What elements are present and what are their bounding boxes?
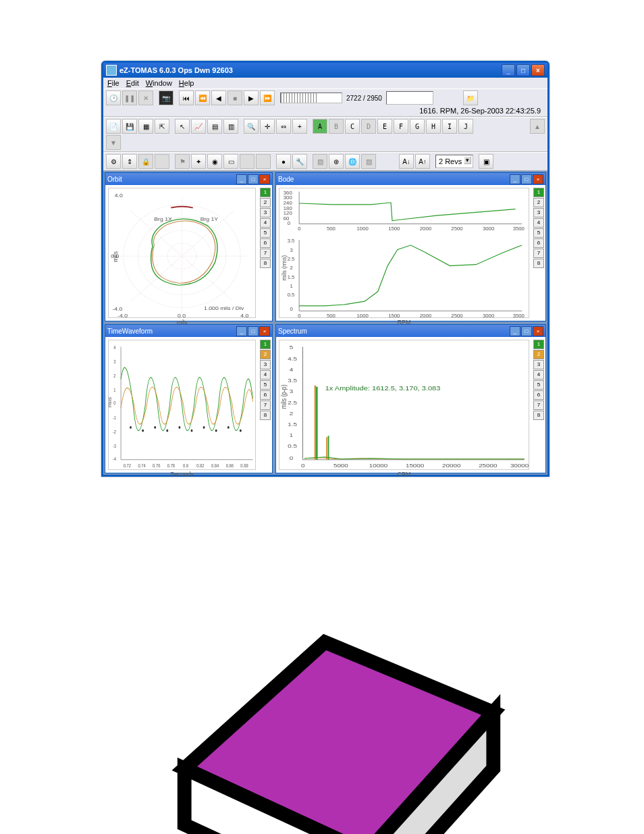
- spectrum-close[interactable]: ×: [533, 326, 543, 336]
- toolbar-2: 📄 💾 ▦ ⇱ ↖ 📈 ▤ ▥ 🔍 ✛ ⇔ + A B C D E F G H …: [103, 117, 547, 152]
- crosshair-icon[interactable]: +: [292, 119, 307, 134]
- twf-title: TimeWaveform: [107, 328, 153, 335]
- svg-text:4: 4: [113, 345, 115, 350]
- spectrum-legend: 1234 5678: [532, 337, 545, 473]
- titlebar[interactable]: eZ-TOMAS 6.0.3 Ops Dwn 92603 _ □ ×: [103, 63, 547, 78]
- spectrum-min[interactable]: _: [510, 326, 520, 336]
- apply-icon[interactable]: ▣: [479, 154, 493, 169]
- menu-help[interactable]: Help: [179, 79, 194, 87]
- svg-point-62: [215, 429, 217, 432]
- legend-4[interactable]: 4: [260, 218, 271, 228]
- orbit-close[interactable]: ×: [259, 174, 270, 184]
- first-icon[interactable]: ⏮: [179, 90, 194, 105]
- orbit-plot[interactable]: Brg 1X Brg 1Y 1.000 mils / Div 4.0 0.0 -…: [108, 188, 256, 318]
- twf-plot[interactable]: 43 21 0-1 -2-3 -4 0.720.74 0.760.78 0.80…: [108, 340, 256, 470]
- lock-icon[interactable]: 🔒: [138, 154, 153, 169]
- globe-icon[interactable]: 🌐: [345, 154, 360, 169]
- next-icon[interactable]: ▶: [244, 90, 259, 105]
- legend-1[interactable]: 1: [260, 188, 271, 197]
- rect-icon[interactable]: ▭: [223, 154, 238, 169]
- wrench-icon[interactable]: 🔧: [292, 154, 307, 169]
- disk-icon[interactable]: 💾: [122, 119, 137, 134]
- letter-j[interactable]: J: [458, 119, 473, 134]
- menu-window[interactable]: Window: [146, 79, 172, 87]
- trend-icon[interactable]: 📈: [191, 119, 206, 134]
- overlay-icon[interactable]: ▧: [313, 154, 327, 169]
- twf-close[interactable]: ×: [259, 326, 270, 336]
- legend-2[interactable]: 2: [260, 198, 271, 207]
- letter-h[interactable]: H: [426, 119, 441, 134]
- letter-d[interactable]: D: [361, 119, 376, 134]
- letter-a[interactable]: A: [313, 119, 327, 134]
- notes-icon[interactable]: 📄: [106, 119, 121, 134]
- svg-text:1: 1: [290, 432, 294, 438]
- bode-close[interactable]: ×: [533, 174, 543, 184]
- letter-b[interactable]: B: [329, 119, 344, 134]
- svg-text:-4: -4: [113, 456, 116, 461]
- gauge-icon[interactable]: 🕑: [106, 90, 121, 105]
- pause-icon[interactable]: ❚❚: [122, 90, 137, 105]
- fill-icon[interactable]: ▨: [361, 154, 376, 169]
- scale-icon[interactable]: ⇕: [122, 154, 137, 169]
- letter-e[interactable]: E: [377, 119, 392, 134]
- folder-icon[interactable]: 📁: [463, 90, 478, 105]
- legend-6[interactable]: 6: [260, 238, 271, 248]
- legend-5[interactable]: 5: [260, 228, 271, 238]
- orbit-max[interactable]: □: [248, 174, 259, 184]
- revs-select[interactable]: 2 Revs: [435, 155, 473, 168]
- letter-f[interactable]: F: [394, 119, 408, 134]
- sort-desc-icon[interactable]: A↑: [415, 154, 430, 169]
- chan-dn-icon[interactable]: ▼: [106, 135, 121, 150]
- svg-text:20000: 20000: [442, 463, 460, 469]
- minimize-button[interactable]: _: [502, 64, 515, 76]
- cross-icon[interactable]: ✕: [138, 90, 153, 105]
- bounds-icon[interactable]: ⇔: [276, 119, 291, 134]
- svg-point-59: [178, 426, 180, 429]
- letter-g[interactable]: G: [410, 119, 425, 134]
- target-icon[interactable]: ⊕: [329, 154, 344, 169]
- legend-3[interactable]: 3: [260, 208, 271, 217]
- skip-fwd-icon[interactable]: ⏩: [260, 90, 275, 105]
- svg-text:10000: 10000: [369, 463, 387, 469]
- grid-icon[interactable]: ▤: [207, 119, 222, 134]
- letter-c[interactable]: C: [345, 119, 360, 134]
- bode-plot[interactable]: 360300 240180 12060 0 0500 10001500 2000…: [279, 188, 529, 318]
- sort-asc-icon[interactable]: A↓: [399, 154, 414, 169]
- orbit-min[interactable]: _: [236, 174, 247, 184]
- chan-up-icon[interactable]: ▲: [530, 119, 545, 134]
- spectrum-max[interactable]: □: [521, 326, 532, 336]
- close-button[interactable]: ×: [531, 64, 545, 76]
- probe-icon[interactable]: ⚙: [106, 154, 121, 169]
- cursor-icon[interactable]: ↖: [175, 119, 190, 134]
- skip-back-icon[interactable]: ⏪: [195, 90, 210, 105]
- export-icon[interactable]: ⇱: [155, 119, 169, 134]
- zoom-icon[interactable]: 🔍: [244, 119, 259, 134]
- bode-max[interactable]: □: [521, 174, 532, 184]
- prev-icon[interactable]: ◀: [211, 90, 226, 105]
- menu-edit[interactable]: Edit: [126, 79, 139, 87]
- spacer-icon: [155, 154, 169, 169]
- stop-icon[interactable]: ■: [227, 90, 242, 105]
- layout-icon[interactable]: ▦: [138, 119, 153, 134]
- maximize-button[interactable]: □: [516, 64, 530, 76]
- legend-8[interactable]: 8: [260, 259, 271, 268]
- nodes-icon[interactable]: ✦: [191, 154, 206, 169]
- bode-min[interactable]: _: [510, 174, 520, 184]
- polar-icon[interactable]: ◉: [207, 154, 222, 169]
- center-icon[interactable]: ✛: [260, 119, 275, 134]
- spectrum-plot[interactable]: 1x Amplitude: 1612.5, 3.170, 3.083 54.5 …: [279, 340, 529, 470]
- orbit-legend: 1 2 3 4 5 6 7 8: [259, 185, 272, 321]
- svg-text:-3: -3: [113, 443, 116, 448]
- twf-min[interactable]: _: [236, 326, 247, 336]
- bars-icon[interactable]: ▥: [223, 119, 238, 134]
- menu-file[interactable]: File: [107, 79, 119, 87]
- svg-text:3500: 3500: [513, 313, 525, 317]
- twf-max[interactable]: □: [248, 326, 259, 336]
- flag-icon[interactable]: ⚑: [175, 154, 190, 169]
- legend-7[interactable]: 7: [260, 249, 271, 258]
- circle-icon[interactable]: ●: [276, 154, 291, 169]
- letter-i[interactable]: I: [442, 119, 457, 134]
- search-box[interactable]: [386, 91, 433, 105]
- camera-icon[interactable]: 📷: [159, 90, 173, 105]
- playback-track[interactable]: [280, 93, 342, 103]
